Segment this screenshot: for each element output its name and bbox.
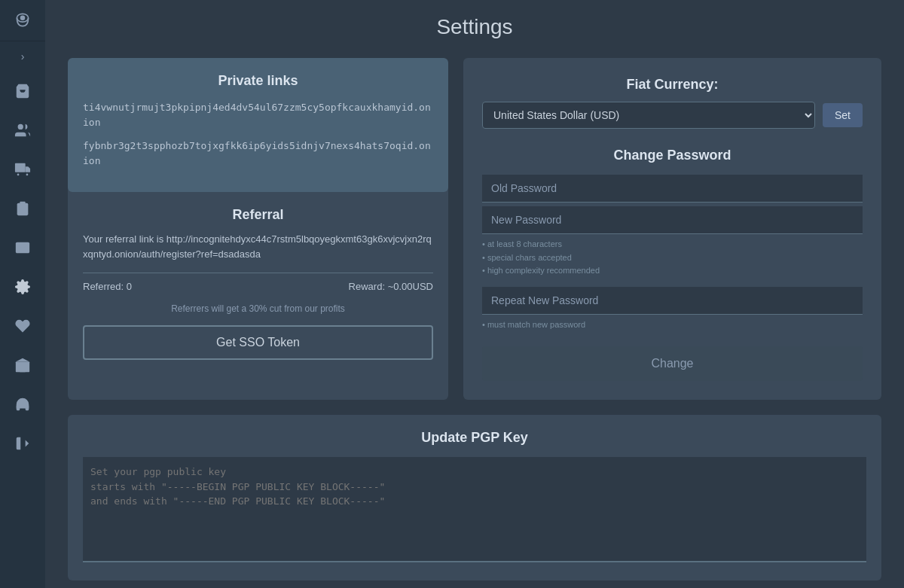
right-panel: Fiat Currency: United States Dollar (USD… bbox=[463, 58, 881, 400]
change-password-title: Change Password bbox=[482, 148, 863, 163]
hint-special: • special chars accepted bbox=[482, 251, 863, 265]
sso-button[interactable]: Get SSO Token bbox=[83, 325, 433, 360]
mail-icon bbox=[14, 239, 31, 256]
top-section: Private links ti4vwnutjrmujt3pkpipnj4ed4… bbox=[68, 58, 881, 400]
sidebar-item-wishlist[interactable] bbox=[0, 306, 45, 346]
pgp-title: Update PGP Key bbox=[83, 430, 866, 446]
users-icon bbox=[14, 122, 31, 139]
referral-note: Referrers will get a 30% cut from our pr… bbox=[68, 303, 448, 314]
main-content: Settings Private links ti4vwnutjrmujt3pk… bbox=[45, 0, 904, 588]
sidebar-item-orders[interactable] bbox=[0, 189, 45, 228]
signout-icon bbox=[14, 435, 31, 452]
change-password-button[interactable]: Change bbox=[482, 346, 863, 381]
hint-match: • must match new password bbox=[482, 318, 863, 332]
referral-title: Referral bbox=[83, 207, 433, 223]
fiat-currency-select[interactable]: United States Dollar (USD)Euro (EUR)Brit… bbox=[482, 102, 815, 129]
private-links-title: Private links bbox=[83, 73, 433, 89]
sidebar-item-users[interactable] bbox=[0, 111, 45, 150]
page-title: Settings bbox=[68, 15, 881, 39]
sidebar-toggle[interactable]: › bbox=[0, 41, 45, 72]
svg-rect-3 bbox=[20, 202, 25, 205]
sidebar-item-messages[interactable] bbox=[0, 228, 45, 267]
gear-icon bbox=[14, 279, 31, 295]
heart-icon bbox=[14, 318, 31, 334]
svg-rect-2 bbox=[15, 163, 26, 172]
sidebar-item-cart[interactable] bbox=[0, 72, 45, 111]
hint-length: • at least 8 characters bbox=[482, 238, 863, 251]
sidebar-item-support[interactable] bbox=[0, 385, 45, 424]
fiat-currency-label: Fiat Currency: bbox=[482, 77, 863, 93]
sidebar-item-settings[interactable] bbox=[0, 267, 45, 306]
sidebar-item-market[interactable] bbox=[0, 346, 45, 385]
headset-icon bbox=[14, 396, 31, 413]
referral-link-text: Your referral link is http://incognitehd… bbox=[83, 232, 433, 261]
sidebar-item-delivery[interactable] bbox=[0, 150, 45, 189]
old-password-input[interactable] bbox=[482, 175, 863, 203]
sidebar: › bbox=[0, 0, 45, 588]
repeat-password-hints: • must match new password bbox=[482, 318, 863, 332]
referral-section: Referral Your referral link is http://in… bbox=[68, 192, 448, 303]
logo bbox=[0, 0, 45, 41]
fiat-row: United States Dollar (USD)Euro (EUR)Brit… bbox=[482, 102, 863, 129]
onion-link-2: fybnbr3g2t3spphozb7tojxgfkk6ip6yids5idnj… bbox=[83, 139, 433, 168]
set-button[interactable]: Set bbox=[823, 103, 863, 127]
sidebar-item-signout[interactable] bbox=[0, 424, 45, 463]
left-panel: Private links ti4vwnutjrmujt3pkpipnj4ed4… bbox=[68, 58, 448, 400]
referred-count: Referred: 0 bbox=[83, 281, 132, 292]
hint-complexity: • high complexity recommended bbox=[482, 264, 863, 278]
reward-value: Reward: ~0.00USD bbox=[349, 281, 433, 292]
repeat-password-input[interactable] bbox=[482, 287, 863, 315]
clipboard-icon bbox=[14, 200, 31, 217]
referral-stats: Referred: 0 Reward: ~0.00USD bbox=[83, 273, 433, 292]
pgp-textarea[interactable] bbox=[83, 457, 866, 562]
truck-icon bbox=[14, 161, 31, 178]
new-password-input[interactable] bbox=[482, 206, 863, 234]
building-icon bbox=[14, 357, 31, 373]
private-links-box: Private links ti4vwnutjrmujt3pkpipnj4ed4… bbox=[68, 58, 448, 192]
onion-link-1: ti4vwnutjrmujt3pkpipnj4ed4dv54ul67zzm5cy… bbox=[83, 100, 433, 129]
new-password-hints: • at least 8 characters • special chars … bbox=[482, 238, 863, 278]
pgp-section: Update PGP Key bbox=[68, 415, 881, 580]
cart-icon bbox=[14, 83, 31, 99]
svg-point-1 bbox=[20, 16, 26, 21]
